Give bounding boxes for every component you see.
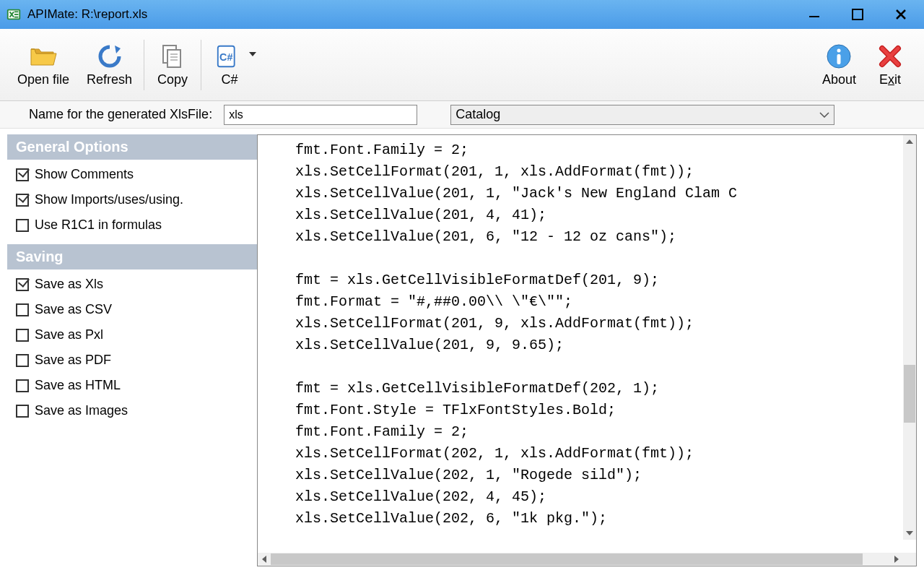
checkbox-label: Save as Pxl	[35, 327, 103, 342]
svg-text:C#: C#	[219, 51, 232, 63]
copy-icon	[158, 42, 187, 71]
checkbox-option[interactable]: Show Imports/uses/using.	[16, 192, 248, 207]
open-file-label: Open file	[17, 72, 69, 87]
main-area: General Options Show CommentsShow Import…	[0, 129, 924, 578]
sheet-combo[interactable]: Catalog	[450, 105, 834, 125]
toolbar: Open file Refresh	[0, 29, 924, 101]
scroll-down-icon[interactable]	[903, 527, 916, 540]
checkbox-label: Save as PDF	[35, 353, 111, 368]
about-label: About	[822, 72, 856, 87]
checkbox-label: Show Imports/uses/using.	[35, 192, 183, 207]
checkbox-option[interactable]: Save as Images	[16, 403, 248, 418]
checkbox-icon	[16, 194, 29, 207]
svg-rect-10	[167, 50, 180, 67]
info-icon	[824, 42, 853, 71]
copy-label: Copy	[157, 72, 188, 87]
checkbox-icon	[16, 329, 29, 342]
scroll-left-icon[interactable]	[258, 556, 271, 563]
checkbox-label: Show Comments	[35, 167, 134, 182]
input-row: Name for the generated XlsFile: Catalog	[0, 101, 924, 129]
vertical-scrollbar[interactable]	[903, 135, 916, 540]
folder-open-icon	[29, 42, 58, 71]
code-area[interactable]: fmt.Font.Family = 2; xls.SetCellFormat(2…	[258, 135, 916, 553]
exit-label: Exit	[879, 72, 901, 87]
copy-button[interactable]: Copy	[147, 39, 198, 90]
checkbox-icon	[16, 405, 29, 418]
checkbox-label: Save as HTML	[35, 378, 121, 393]
checkbox-label: Save as Images	[35, 403, 128, 418]
checkbox-icon	[16, 354, 29, 367]
saving-header: Saving	[7, 244, 257, 269]
toolbar-separator	[144, 40, 144, 90]
checkbox-option[interactable]: Save as Pxl	[16, 327, 248, 342]
combo-value: Catalog	[456, 107, 500, 122]
svg-rect-3	[14, 14, 18, 15]
code-panel: fmt.Font.Family = 2; xls.SetCellFormat(2…	[257, 134, 917, 566]
checkbox-label: Save as CSV	[35, 302, 112, 317]
csharp-icon: C#	[215, 42, 244, 71]
refresh-button[interactable]: Refresh	[78, 39, 141, 90]
checkbox-icon	[16, 278, 29, 291]
checkbox-option[interactable]: Save as CSV	[16, 302, 248, 317]
title-bar: APIMate: R:\report.xls	[0, 0, 924, 29]
svg-rect-4	[14, 17, 18, 18]
refresh-label: Refresh	[87, 72, 132, 87]
checkbox-option[interactable]: Use R1C1 in formulas	[16, 217, 248, 233]
checkbox-option[interactable]: Show Comments	[16, 167, 248, 182]
xlsfile-name-input[interactable]	[224, 105, 417, 125]
toolbar-separator	[201, 40, 201, 90]
refresh-icon	[95, 42, 124, 71]
minimize-button[interactable]	[803, 3, 826, 26]
checkbox-label: Use R1C1 in formulas	[35, 217, 162, 233]
checkbox-icon	[16, 303, 29, 316]
options-panel: General Options Show CommentsShow Import…	[7, 134, 257, 566]
svg-rect-18	[837, 54, 841, 64]
horizontal-scrollbar[interactable]	[258, 553, 916, 566]
scroll-thumb[interactable]	[271, 553, 863, 565]
close-x-icon	[876, 42, 905, 71]
svg-rect-6	[853, 9, 863, 20]
exit-button[interactable]: Exit	[865, 39, 915, 90]
svg-rect-2	[14, 11, 18, 12]
chevron-down-icon	[819, 112, 829, 118]
language-button[interactable]: C# C#	[204, 39, 255, 90]
checkbox-option[interactable]: Save as PDF	[16, 353, 248, 368]
general-options-header: General Options	[7, 134, 257, 160]
scroll-right-icon[interactable]	[890, 556, 903, 563]
dropdown-arrow-icon	[249, 52, 256, 56]
scroll-up-icon[interactable]	[903, 135, 916, 148]
checkbox-icon	[16, 168, 29, 181]
code-text[interactable]: fmt.Font.Family = 2; xls.SetCellFormat(2…	[258, 135, 916, 534]
window-title: APIMate: R:\report.xls	[27, 7, 147, 22]
app-icon	[6, 7, 22, 22]
name-label: Name for the generated XlsFile:	[9, 107, 212, 122]
svg-point-17	[837, 49, 841, 53]
language-label: C#	[222, 72, 238, 87]
checkbox-icon	[16, 379, 29, 392]
open-file-button[interactable]: Open file	[9, 39, 78, 90]
checkbox-icon	[16, 219, 29, 232]
close-button[interactable]	[889, 3, 912, 26]
maximize-button[interactable]	[846, 3, 869, 26]
checkbox-option[interactable]: Save as HTML	[16, 378, 248, 393]
about-button[interactable]: About	[814, 39, 865, 90]
scroll-thumb[interactable]	[904, 365, 915, 423]
checkbox-label: Save as Xls	[35, 277, 103, 292]
window-controls	[803, 3, 918, 26]
checkbox-option[interactable]: Save as Xls	[16, 277, 248, 292]
